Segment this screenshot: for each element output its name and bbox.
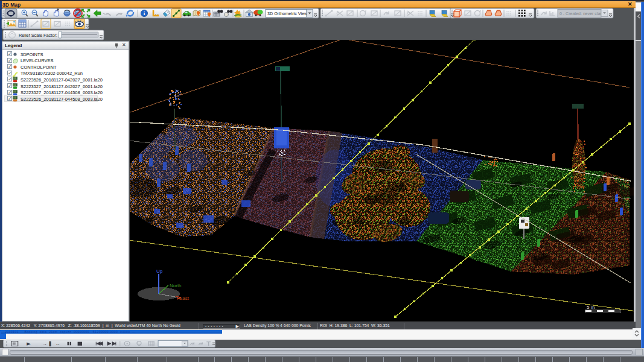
svg-text:3D Orthometric View: 3D Orthometric View: [267, 11, 308, 16]
svg-text:↔: ↔: [56, 341, 60, 346]
svg-text:East: East: [179, 296, 190, 301]
svg-text:Relief Scale Factor:: Relief Scale Factor:: [19, 33, 57, 38]
svg-text:0 - Created: never clas: 0 - Created: never clas: [560, 11, 602, 16]
svg-text:→▐: →▐: [42, 341, 51, 347]
svg-text:▶: ▶: [27, 341, 31, 346]
svg-text:Up: Up: [156, 268, 163, 274]
svg-text:North: North: [170, 283, 182, 288]
